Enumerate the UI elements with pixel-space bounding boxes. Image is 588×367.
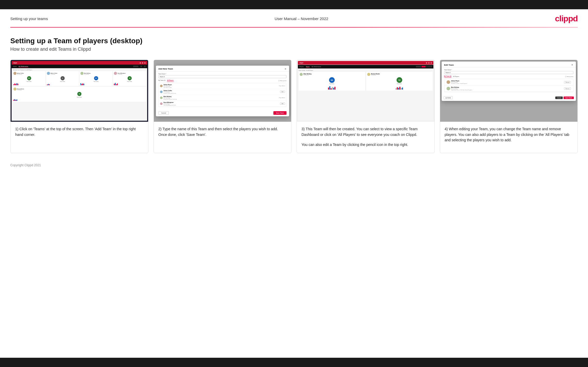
card-3: clippd Players Teams My Performance (297, 60, 435, 153)
bottom-bar (0, 358, 588, 367)
team-player-top-2: Richard Butler 5-9 Handicap (367, 73, 432, 76)
add-team-dialog-box: Add New Team ✕ Team Name * Team A My Tea… (156, 66, 289, 116)
dash-topbar: clippd (12, 61, 147, 65)
team-score-1: 94 (329, 77, 335, 83)
player-cards-row-2: Richard Butler 5-9 Handicap 72 Player Qu… (13, 87, 146, 102)
player-row-4: Dave Billingham 1-5 HandicapThe Ding May… (159, 101, 287, 107)
card-3-step-text-1: 3) This Team will then be created. You c… (301, 126, 430, 137)
card-2-screenshot: Add New Team ✕ Team Name * Team A My Tea… (154, 60, 291, 122)
delete-label: Delete (447, 97, 451, 99)
player-action-1: Player Added (279, 85, 285, 86)
header-manual-title: User Manual – November 2022 (275, 16, 328, 21)
page-title: Setting up a Team of players (desktop) (10, 37, 578, 45)
card-2: Add New Team ✕ Team Name * Team A My Tea… (154, 60, 292, 153)
card-1-text: 1) Click on 'Teams' at the top of the sc… (11, 122, 148, 153)
edit-team-tabs: My Team (2) All Players Filter by name (444, 75, 574, 78)
add-player-4-button[interactable]: Add (280, 102, 285, 105)
team-dash-topbar: clippd (298, 61, 433, 65)
remove-player-2-button[interactable]: Remove (564, 88, 571, 90)
card-1-step-text: 1) Click on 'Teams' at the top of the sc… (15, 126, 144, 137)
my-team-tab[interactable]: My Team (2) (158, 80, 166, 82)
delete-team-button[interactable]: 🗑 Delete (444, 96, 453, 99)
add-team-close-icon[interactable]: ✕ (284, 68, 287, 70)
edit-filter-checkbox[interactable] (565, 76, 566, 77)
add-team-save-button[interactable]: Save Team (273, 111, 287, 115)
card-3-text: 3) This Team will then be created. You c… (297, 122, 434, 153)
add-team-dialog-title: Add New Team (158, 68, 173, 70)
card1-dashboard-mock: clippd Home My Performance Tracking 5 ou… (11, 60, 148, 122)
player-sub-4: 1-5 HandicapThe Ding Maying Golf Club (164, 103, 279, 106)
card-1: clippd Home My Performance Tracking 5 ou… (10, 60, 148, 153)
edit-team-dialog-footer: 🗑 Delete Cancel Save Team (442, 95, 576, 101)
dash-nav: Home My Performance (12, 65, 147, 68)
card-2-step-text: 2) Type the name of this Team and then s… (158, 126, 287, 137)
player-action-3: Player Added (279, 97, 285, 98)
mini-card-5: Richard Butler 5-9 Handicap 72 Player Qu… (13, 87, 146, 102)
team-dashboard-mock: clippd Players Teams My Performance (297, 60, 434, 122)
edit-team-name-label: Team Name * (444, 69, 574, 71)
edit-team-close-icon[interactable]: ✕ (571, 64, 573, 66)
player-avatar-1 (160, 85, 163, 87)
edit-save-button[interactable]: Save Team (564, 97, 574, 99)
edit-team-name-input[interactable]: Team A (444, 71, 574, 74)
team-bars-1 (300, 85, 364, 90)
edit-my-team-tab[interactable]: My Team (2) (444, 75, 452, 78)
edit-team-dialog-body: Team Name * Team A My Team (2) All Playe… (442, 67, 576, 95)
remove-player-1-button[interactable]: Remove (564, 81, 571, 83)
add-player-2-button[interactable]: Add (280, 91, 285, 93)
card-4-step-text: 4) When editing your Team, you can chang… (445, 126, 573, 143)
player-row-2: Adrian Coliba 1-5 HandicapCentral London… (159, 89, 287, 95)
mini-card-2: Adrian Coliba 1-5 Handicap 0 Player Qual… (46, 71, 79, 86)
player-sub-3: Plus HandicapRoyal North Devon Golf Club (164, 97, 278, 100)
trash-icon: 🗑 (446, 97, 447, 99)
card-2-text: 2) Type the name of this Team and then s… (154, 122, 291, 153)
add-team-tabs: My Team (2) All Players Filter by name (158, 80, 287, 82)
edit-cancel-button[interactable]: Cancel (555, 97, 563, 99)
edit-team-dialog-box: Edit Team ✕ Team Name * Team A My Team (… (442, 62, 576, 101)
t-nav-players: Players (299, 66, 304, 67)
edit-team-dialog-title: Edit Team (444, 64, 454, 66)
filter-by-name: Filter by name (278, 80, 287, 81)
player-info-4: Dave Billingham 1-5 HandicapThe Ding May… (164, 102, 279, 106)
nav-home: Home (13, 66, 16, 67)
page-title-section: Setting up a Team of players (desktop) H… (0, 28, 588, 57)
edit-player-row-1: Adrian Player Plus HandicapThe Shire Lon… (444, 79, 573, 85)
t-nav-performance: My Performance (312, 66, 321, 67)
team-player-card-1: Blair McHarg Plus Handicap 94 Player Qua… (299, 72, 365, 91)
header-section-title: Setting up your teams (10, 16, 48, 21)
player-avatar-4 (160, 102, 163, 105)
team-score-2: 72 (397, 77, 402, 83)
all-players-tab[interactable]: All Players (167, 80, 174, 82)
edit-filter-by-name: Filter by name (565, 76, 573, 77)
header: Setting up your teams User Manual – Nove… (0, 9, 588, 27)
player-row-1: Adrian Player Plus HandicapThe Shire Lon… (159, 83, 287, 89)
team-name-label: Team Name * (158, 73, 287, 75)
copyright-text: Copyright Clippd 2021 (10, 163, 41, 167)
add-team-dialog-mock: Add New Team ✕ Team Name * Team A My Tea… (154, 60, 291, 122)
team-dash-nav: Players Teams My Performance (298, 65, 433, 68)
card-4: Edit Team ✕ Team Name * Team A My Team (… (440, 60, 578, 153)
edit-player-avatar-1 (447, 80, 450, 84)
team-name-input[interactable]: Team A (158, 75, 287, 78)
team-bars-2 (367, 85, 432, 90)
team-player-top-1: Blair McHarg Plus Handicap (300, 73, 364, 76)
player-list: Adrian Player Plus HandicapThe Shire Lon… (158, 83, 287, 107)
add-team-dialog-header: Add New Team ✕ (156, 66, 289, 72)
filter-checkbox[interactable] (278, 80, 280, 81)
edit-player-sub-2: Plus HandicapRoyal North Devon Golf Club… (451, 88, 563, 91)
team-player-avatar-2 (367, 73, 370, 76)
add-team-dialog-body: Team Name * Team A My Team (2) All Playe… (156, 72, 289, 110)
filter-label: Filter by name (280, 80, 287, 81)
t-nav-teams: Teams (306, 66, 310, 68)
edit-player-info-1: Adrian Player Plus HandicapThe Shire Lon… (451, 80, 563, 84)
card-4-screenshot: Edit Team ✕ Team Name * Team A My Team (… (440, 60, 578, 122)
add-team-cancel-button[interactable]: Cancel (158, 111, 169, 115)
edit-all-players-tab[interactable]: All Players (453, 76, 459, 78)
team-player-card-2: Richard Butler 5-9 Handicap 72 Player Qu… (366, 72, 433, 91)
add-team-dialog-footer: Cancel Save Team (156, 110, 289, 116)
page-footer: Copyright Clippd 2021 (0, 161, 588, 172)
edit-player-list: Adrian Player Plus HandicapThe Shire Lon… (444, 79, 574, 92)
nav-my-performance: My Performance (19, 66, 28, 67)
player-cards-row-1: Adrian Coliba Plus Handicap 84 Player Qu… (13, 71, 146, 86)
edit-filter-label: Filter by name (567, 76, 573, 77)
